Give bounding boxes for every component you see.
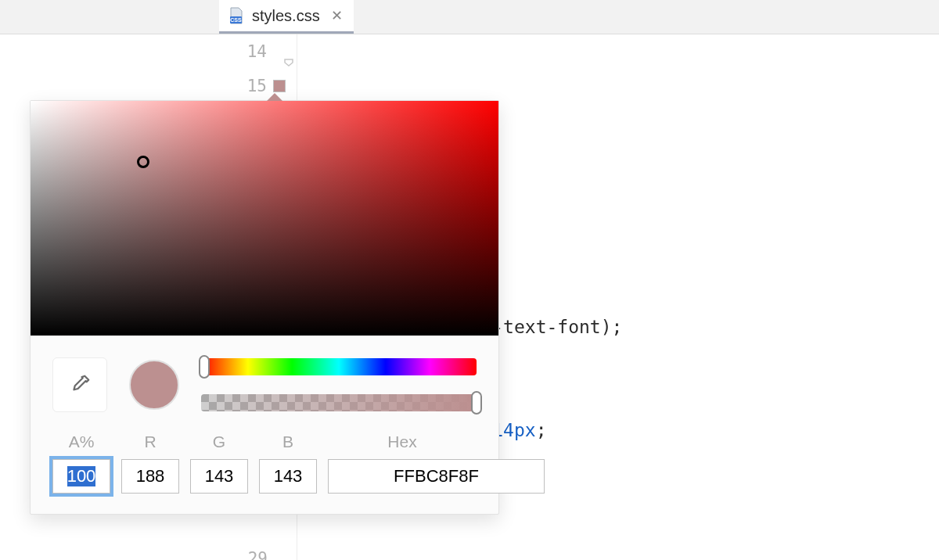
b-input[interactable] [259,459,317,494]
eyedropper-button[interactable] [52,357,107,412]
alpha-thumb[interactable] [471,391,482,415]
label-g: G [190,433,248,451]
picker-labels: A% R G B Hex [31,433,498,451]
fold-icon[interactable] [282,45,295,58]
line-number-text: 15 [247,77,267,95]
color-picker-popover: A% R G B Hex [30,100,499,515]
close-icon[interactable]: ✕ [326,7,343,24]
label-hex: Hex [328,433,477,451]
g-input[interactable] [190,459,248,494]
label-r: R [121,433,179,451]
token-semicolon: ; [612,317,623,337]
picker-mid-row [31,336,498,425]
label-alpha: A% [52,433,110,451]
hue-slider[interactable] [201,358,477,375]
popover-tail [267,93,282,101]
line-number: 15 [219,69,297,103]
saturation-value-panel[interactable] [31,101,498,336]
tab-filename: styles.css [252,7,320,25]
picker-inputs [31,459,498,494]
svg-text:CSS: CSS [230,17,242,23]
gutter-color-swatch[interactable] [273,80,286,92]
color-swatch-preview [129,360,179,410]
label-b: B [259,433,317,451]
hex-input[interactable] [328,459,545,494]
sliders [201,358,477,411]
eyedropper-icon [68,373,92,397]
alpha-slider[interactable] [201,394,477,411]
token-semicolon: ; [536,420,547,440]
r-input[interactable] [121,459,179,494]
tab-bar: CSS styles.css ✕ [0,0,939,34]
css-file-icon: CSS [227,6,246,25]
line-number: 29 [219,541,297,560]
token-css-var: -text-font) [492,317,611,337]
alpha-input[interactable] [52,459,110,494]
sv-cursor[interactable] [137,156,149,168]
hue-thumb[interactable] [199,355,210,379]
editor-tab[interactable]: CSS styles.css ✕ [219,0,354,34]
